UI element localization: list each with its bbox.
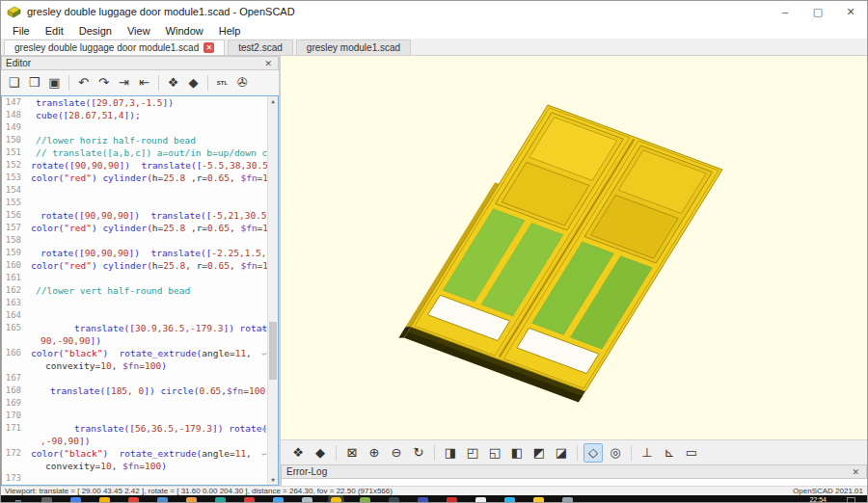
code-text [26,472,278,485]
line-number: 165 [2,322,26,334]
maximize-button[interactable]: ▢ [801,1,834,22]
indent-icon[interactable]: ⇥ [115,73,133,93]
code-token: rotate([ [41,210,85,221]
line-number: 156 [2,209,26,222]
show-axes-icon[interactable]: ⊥ [637,443,657,463]
line-number: 148 [2,109,26,121]
taskbar-app-5[interactable] [157,497,168,503]
zoom-in-icon[interactable]: ⊕ [365,443,384,463]
zoom-out-icon[interactable]: ⊖ [387,443,406,463]
code-text: color("black") rotate_extrude(angle=11, [26,347,278,359]
code-line: 172color("black") rotate_extrude(angle=1… [2,447,278,460]
line-wrap-icon: ↵ [261,447,266,460]
menu-edit[interactable]: Edit [38,22,71,40]
code-token: 0.65 [199,385,221,396]
error-log-header: Error-Log ✕ [281,464,867,479]
line-number [2,435,26,447]
code-token: $fn [122,461,139,471]
taskbar-app-8[interactable] [244,497,255,503]
taskbar-app-9[interactable] [273,497,284,503]
start-button[interactable]: ⊞ [13,497,23,503]
save-file-icon[interactable]: ▣ [45,73,64,93]
close-button[interactable]: ✕ [834,1,867,22]
error-log-close-icon[interactable]: ✕ [850,467,861,477]
view-preview-icon[interactable]: ❖ [288,443,308,463]
taskbar-app-4[interactable] [128,497,139,503]
code-token: translate([ [50,385,111,396]
taskbar-app-3[interactable] [99,497,110,503]
code-token: 25.8 [163,260,185,271]
print-3d-icon[interactable]: ✇ [233,73,252,93]
tab-gresley-module1[interactable]: gresley module1.scad [296,40,411,55]
render-icon[interactable]: ◆ [184,73,203,93]
menu-design[interactable]: Design [71,22,120,40]
orthogonal-view-icon[interactable]: ▭ [682,443,701,463]
taskbar-app-19[interactable] [562,497,573,503]
code-token: 25.8 [163,223,185,233]
redo-icon[interactable]: ↷ [95,73,113,93]
menu-help[interactable]: Help [211,22,249,40]
taskbar-app-17[interactable] [504,497,515,503]
code-line: 169 [2,397,278,410]
view-back-icon[interactable]: ◪ [552,443,571,463]
minimize-button[interactable]: – [769,1,801,22]
taskbar-app-10[interactable] [302,497,312,503]
open-file-icon[interactable]: ❒ [25,73,43,93]
reset-view-icon[interactable]: ↻ [409,443,428,463]
view-bottom-icon[interactable]: ◱ [485,443,504,463]
zoom-all-icon[interactable]: ⊠ [342,443,362,463]
scrollbar-thumb[interactable] [269,322,277,380]
scroll-up-icon[interactable]: ▲ [268,96,278,106]
code-token: "black" [64,348,102,358]
editor-scrollbar[interactable]: ▲ ▼ [267,96,278,485]
menu-file[interactable]: File [5,22,38,40]
view-diagonal-icon[interactable]: ◇ [583,443,603,463]
taskbar-app-12[interactable] [360,497,370,503]
taskbar-app-16[interactable] [475,497,486,503]
menu-view[interactable]: View [120,22,158,40]
status-bar: Viewport: translate = [ 29.00 43.45 2.42… [1,486,867,495]
3d-viewport[interactable] [281,56,867,439]
view-render-icon[interactable]: ◆ [311,443,330,463]
code-line: 156rotate([90,90,90]) translate([-5,21,3… [2,209,278,222]
code-line: 166color("black") rotate_extrude(angle=1… [2,347,278,359]
taskbar-app-7[interactable] [215,497,226,503]
taskbar-app-15[interactable] [447,497,457,503]
code-text [26,372,278,384]
taskbar-app-1[interactable] [41,497,52,503]
code-token: h= [152,223,163,233]
scroll-down-icon[interactable]: ▼ [268,475,278,485]
code-editor[interactable]: 147translate([29.07,3,-1.5])148cube([28.… [1,95,279,486]
menu-window[interactable]: Window [158,22,211,40]
taskbar-app-13[interactable] [389,497,399,503]
view-front-icon[interactable]: ◩ [529,443,549,463]
taskbar-app-18[interactable] [533,497,544,503]
view-center-icon[interactable]: ◎ [606,443,625,463]
tab-bar: gresley double luggage door module1.scad… [1,40,867,56]
code-token: color( [31,260,64,271]
taskbar-app-14[interactable] [418,497,428,503]
taskbar-app-openscad-active[interactable] [331,497,341,503]
code-token: 0.65 [207,223,230,233]
export-stl-icon[interactable]: STL [213,73,231,93]
code-token: ,r= [185,223,207,233]
tab-gresley-double-luggage-door-module1[interactable]: gresley double luggage door module1.scad… [4,40,225,55]
undo-icon[interactable]: ↶ [74,73,93,93]
taskbar-app-2[interactable] [70,497,81,503]
tab-close-icon[interactable]: ✕ [203,42,214,53]
code-token: ]) [163,97,174,108]
tab-test2[interactable]: test2.scad [228,40,293,55]
code-token: "red" [64,223,92,233]
new-file-icon[interactable]: ❑ [5,73,23,93]
code-token: $fn [240,223,257,233]
unindent-icon[interactable]: ⇤ [135,73,153,93]
code-text: cube([28.67,51,4]); [26,109,278,121]
show-scale-markers-icon[interactable]: ⊾ [660,443,679,463]
preview-icon[interactable]: ❖ [164,73,182,93]
editor-close-icon[interactable]: ✕ [262,59,274,68]
taskbar-app-6[interactable] [186,497,197,503]
taskbar-tray-icon[interactable] [847,497,855,503]
view-top-icon[interactable]: ◰ [463,443,482,463]
view-right-icon[interactable]: ◨ [441,443,460,463]
view-left-icon[interactable]: ◧ [507,443,527,463]
